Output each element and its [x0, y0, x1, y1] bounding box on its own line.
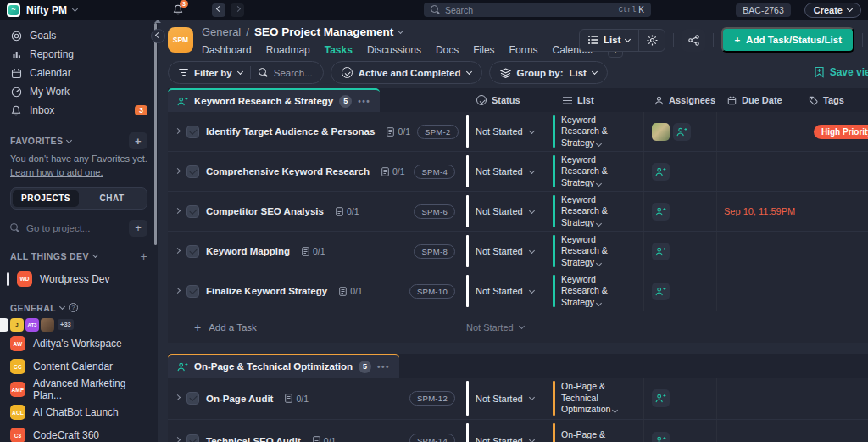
reference-badge[interactable]: BAC-2763 — [736, 3, 790, 17]
expand-row-icon[interactable] — [175, 287, 181, 293]
status-cell[interactable]: Not Started — [466, 112, 553, 151]
tab-projects[interactable]: PROJECTS — [13, 190, 79, 207]
page-title[interactable]: SEO Project Management — [254, 25, 393, 38]
filter-by-button[interactable]: Filter by — [179, 68, 242, 78]
column-header-assignees[interactable]: Assignees — [644, 88, 717, 112]
project-item-adityas-workspace[interactable]: AW Aditya's Workspace — [0, 333, 158, 355]
go-to-project-input[interactable]: Go to project... + — [10, 220, 147, 237]
assignees-cell[interactable] — [644, 271, 717, 311]
history-back-button[interactable] — [212, 3, 225, 17]
tab-discussions[interactable]: Discussions — [367, 44, 421, 56]
add-task-status[interactable]: Not Started — [466, 322, 553, 333]
add-assignee-button[interactable] — [652, 203, 670, 221]
task-checkbox[interactable] — [186, 434, 199, 442]
list-cell[interactable]: Keyword Research & Strategy — [553, 152, 644, 191]
assignees-cell[interactable] — [644, 232, 717, 271]
list-cell[interactable]: On-Page & Technical Optimization — [553, 378, 644, 419]
group-menu-button[interactable]: ••• — [358, 97, 370, 106]
history-forward-button[interactable] — [231, 3, 244, 17]
tab-chat[interactable]: CHAT — [79, 190, 145, 207]
project-item-codecraft[interactable]: C3 CodeCraft 360 — [0, 425, 158, 442]
group-by-button[interactable]: Group by: List — [489, 61, 608, 84]
expand-row-icon[interactable] — [175, 437, 181, 442]
list-cell[interactable]: Keyword Research & Strategy — [553, 232, 644, 271]
add-favorite-button[interactable]: + — [129, 132, 147, 149]
sidebar-collapse-button[interactable] — [151, 29, 165, 43]
tags-cell[interactable] — [798, 378, 868, 419]
all-things-dev-header[interactable]: ALL THINGS DEV + — [10, 249, 147, 263]
scope-filter-button[interactable]: Active and Completed — [331, 61, 482, 84]
assignees-cell[interactable] — [644, 152, 717, 191]
due-date-cell[interactable] — [717, 420, 798, 442]
add-project-button[interactable]: + — [129, 220, 147, 237]
add-assignee-button[interactable] — [652, 432, 670, 442]
task-name[interactable]: Comprehensive Keyword Research — [206, 166, 370, 176]
add-task-status-list-button[interactable]: + Add Task/Status/List — [721, 27, 854, 53]
project-item-content-calendar[interactable]: CC Content Calendar — [0, 356, 158, 378]
tab-files[interactable]: Files — [473, 44, 494, 56]
tags-cell[interactable] — [798, 192, 868, 231]
due-date-cell[interactable] — [717, 232, 798, 271]
tab-docs[interactable]: Docs — [436, 44, 459, 56]
task-name[interactable]: Keyword Mapping — [206, 246, 290, 256]
task-name[interactable]: Technical SEO Audit — [206, 436, 301, 442]
help-icon[interactable]: ? — [69, 303, 78, 312]
expand-row-icon[interactable] — [175, 127, 181, 133]
assignees-cell[interactable] — [644, 192, 717, 231]
tab-tasks[interactable]: Tasks — [325, 44, 353, 56]
tags-cell[interactable] — [798, 152, 868, 191]
sidebar-item-reporting[interactable]: Reporting — [0, 45, 158, 64]
view-selector-button[interactable]: List — [580, 35, 638, 45]
due-date-cell[interactable]: Sep 10, 11:59PM — [717, 192, 798, 231]
sidebar-item-my-work[interactable]: My Work — [0, 82, 158, 101]
task-name[interactable]: Competitor SEO Analysis — [206, 206, 324, 216]
add-assignee-button[interactable] — [673, 123, 691, 141]
add-assignee-button[interactable] — [652, 283, 670, 300]
assignees-cell[interactable] — [644, 378, 717, 419]
expand-row-icon[interactable] — [175, 394, 181, 400]
create-button[interactable]: Create — [804, 3, 861, 18]
task-checkbox[interactable] — [186, 392, 199, 405]
task-name[interactable]: On-Page Audit — [206, 394, 273, 404]
tags-cell[interactable] — [798, 232, 868, 271]
list-cell[interactable]: On-Page & Technical — [553, 420, 644, 442]
due-date-cell[interactable] — [717, 152, 798, 191]
notifications-button[interactable]: 3 — [173, 4, 183, 15]
tags-cell[interactable] — [798, 271, 868, 311]
task-row[interactable]: Keyword Mapping 0/1 SPM-8 Not Started K — [168, 232, 868, 271]
column-header-due-date[interactable]: Due Date — [717, 88, 798, 112]
save-view-button[interactable]: Save view — [814, 66, 868, 78]
list-cell[interactable]: Keyword Research & Strategy — [553, 112, 644, 151]
app-brand[interactable]: ~ Nifty PM — [7, 3, 158, 17]
status-cell[interactable]: Not Started — [466, 271, 553, 311]
due-date-cell[interactable] — [717, 271, 798, 311]
status-cell[interactable]: Not Started — [466, 192, 553, 231]
task-row[interactable]: Finalize Keyword Strategy 0/1 SPM-10 Not… — [168, 271, 868, 311]
add-assignee-button[interactable] — [652, 163, 670, 181]
column-header-tags[interactable]: Tags — [798, 88, 868, 112]
project-item-wordpress-dev[interactable]: WD Wordpress Dev — [0, 268, 158, 290]
assignees-cell[interactable] — [644, 420, 717, 442]
expand-row-icon[interactable] — [175, 167, 181, 173]
task-name[interactable]: Identify Target Audience & Personas — [206, 126, 375, 137]
task-row[interactable]: On-Page Audit 0/1 SPM-12 Not Started On — [168, 378, 868, 420]
task-checkbox[interactable] — [186, 285, 199, 298]
sidebar-scrollbar[interactable] — [154, 23, 157, 245]
tags-cell[interactable] — [798, 420, 868, 442]
view-settings-button[interactable] — [639, 35, 665, 46]
task-row[interactable]: Technical SEO Audit 0/1 SPM-14 Not Start… — [168, 420, 868, 442]
tab-dashboard[interactable]: Dashboard — [202, 44, 252, 56]
project-item-advanced-marketing[interactable]: AMP Advanced Marketing Plan... — [0, 379, 158, 400]
status-cell[interactable]: Not Started — [466, 420, 553, 442]
task-name[interactable]: Finalize Keyword Strategy — [206, 286, 327, 296]
project-item-ai-chatbot[interactable]: ACL AI ChatBot Launch — [0, 402, 158, 423]
status-cell[interactable]: Not Started — [466, 378, 553, 419]
global-search-input[interactable]: Search Ctrl K — [424, 3, 651, 17]
add-assignee-button[interactable] — [652, 389, 670, 407]
tab-roadmap[interactable]: Roadmap — [266, 44, 310, 56]
task-search-input[interactable]: Search... — [259, 68, 313, 78]
task-row[interactable]: Identify Target Audience & Personas 0/1 … — [168, 112, 868, 152]
due-date-cell[interactable] — [717, 378, 798, 419]
breadcrumb-root[interactable]: General — [202, 25, 241, 38]
add-task-row[interactable]: + Add a Task Not Started — [168, 311, 868, 343]
